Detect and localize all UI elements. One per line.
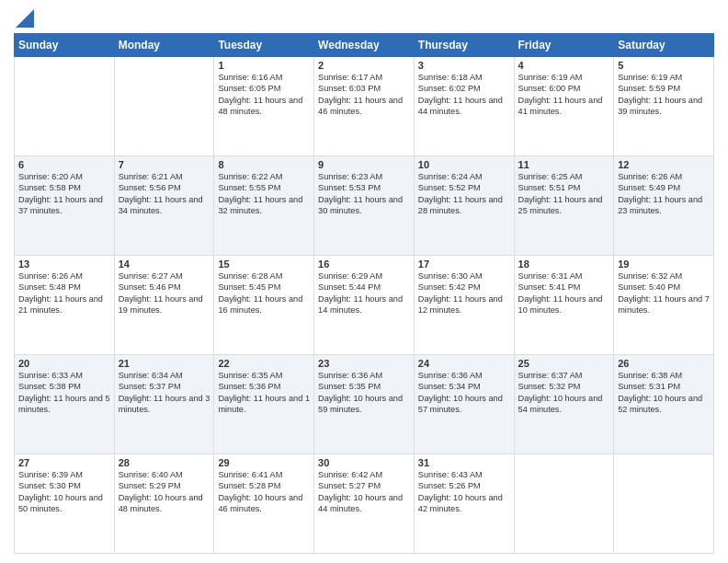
calendar-cell: 26Sunrise: 6:38 AMSunset: 5:31 PMDayligh… (614, 355, 714, 454)
calendar-cell: 11Sunrise: 6:25 AMSunset: 5:51 PMDayligh… (514, 156, 614, 256)
day-info: Sunrise: 6:42 AMSunset: 5:27 PMDaylight:… (318, 469, 410, 515)
day-info: Sunrise: 6:24 AMSunset: 5:52 PMDaylight:… (418, 171, 510, 217)
calendar-cell: 14Sunrise: 6:27 AMSunset: 5:46 PMDayligh… (114, 256, 214, 355)
calendar-cell: 9Sunrise: 6:23 AMSunset: 5:53 PMDaylight… (314, 156, 415, 256)
calendar-cell: 7Sunrise: 6:21 AMSunset: 5:56 PMDaylight… (114, 156, 214, 256)
day-info: Sunrise: 6:34 AMSunset: 5:37 PMDaylight:… (119, 370, 210, 416)
day-number: 24 (418, 358, 510, 369)
calendar-cell: 21Sunrise: 6:34 AMSunset: 5:37 PMDayligh… (114, 355, 214, 454)
day-number: 14 (119, 259, 210, 270)
logo (14, 13, 34, 28)
day-header-thursday: Thursday (414, 34, 514, 57)
day-info: Sunrise: 6:25 AMSunset: 5:51 PMDaylight:… (518, 171, 610, 217)
day-header-monday: Monday (114, 34, 214, 57)
day-info: Sunrise: 6:40 AMSunset: 5:29 PMDaylight:… (119, 469, 210, 515)
calendar-cell: 3Sunrise: 6:18 AMSunset: 6:02 PMDaylight… (414, 57, 514, 156)
calendar-cell: 17Sunrise: 6:30 AMSunset: 5:42 PMDayligh… (414, 256, 514, 355)
day-info: Sunrise: 6:18 AMSunset: 6:02 PMDaylight:… (418, 72, 510, 118)
day-number: 10 (418, 159, 510, 170)
calendar-cell: 22Sunrise: 6:35 AMSunset: 5:36 PMDayligh… (214, 355, 314, 454)
day-number: 4 (518, 60, 610, 71)
day-info: Sunrise: 6:17 AMSunset: 6:03 PMDaylight:… (318, 72, 410, 118)
day-info: Sunrise: 6:23 AMSunset: 5:53 PMDaylight:… (318, 171, 410, 217)
day-info: Sunrise: 6:21 AMSunset: 5:56 PMDaylight:… (119, 171, 210, 217)
logo-icon (16, 9, 34, 28)
calendar-cell: 31Sunrise: 6:43 AMSunset: 5:26 PMDayligh… (414, 454, 514, 554)
day-number: 28 (119, 457, 210, 468)
day-info: Sunrise: 6:41 AMSunset: 5:28 PMDaylight:… (218, 469, 310, 515)
day-number: 16 (318, 259, 410, 270)
calendar-cell: 8Sunrise: 6:22 AMSunset: 5:55 PMDaylight… (214, 156, 314, 256)
calendar-cell: 23Sunrise: 6:36 AMSunset: 5:35 PMDayligh… (314, 355, 415, 454)
day-info: Sunrise: 6:20 AMSunset: 5:58 PMDaylight:… (18, 171, 110, 217)
calendar-cell (114, 57, 214, 156)
day-info: Sunrise: 6:26 AMSunset: 5:48 PMDaylight:… (18, 270, 110, 316)
day-number: 27 (18, 457, 110, 468)
calendar-cell (15, 57, 115, 156)
calendar-cell: 2Sunrise: 6:17 AMSunset: 6:03 PMDaylight… (314, 57, 415, 156)
day-number: 30 (318, 457, 410, 468)
calendar-cell: 15Sunrise: 6:28 AMSunset: 5:45 PMDayligh… (214, 256, 314, 355)
day-info: Sunrise: 6:35 AMSunset: 5:36 PMDaylight:… (218, 370, 310, 416)
day-number: 11 (518, 159, 610, 170)
day-info: Sunrise: 6:43 AMSunset: 5:26 PMDaylight:… (418, 469, 510, 515)
day-number: 22 (218, 358, 310, 369)
day-number: 23 (318, 358, 410, 369)
calendar-cell (614, 454, 714, 554)
calendar-cell: 28Sunrise: 6:40 AMSunset: 5:29 PMDayligh… (114, 454, 214, 554)
day-number: 3 (418, 60, 510, 71)
calendar-cell: 20Sunrise: 6:33 AMSunset: 5:38 PMDayligh… (15, 355, 115, 454)
day-info: Sunrise: 6:36 AMSunset: 5:35 PMDaylight:… (318, 370, 410, 416)
day-number: 9 (318, 159, 410, 170)
day-info: Sunrise: 6:22 AMSunset: 5:55 PMDaylight:… (218, 171, 310, 217)
day-info: Sunrise: 6:33 AMSunset: 5:38 PMDaylight:… (18, 370, 110, 416)
day-number: 8 (218, 159, 310, 170)
day-info: Sunrise: 6:27 AMSunset: 5:46 PMDaylight:… (119, 270, 210, 316)
day-info: Sunrise: 6:37 AMSunset: 5:32 PMDaylight:… (518, 370, 610, 416)
day-info: Sunrise: 6:19 AMSunset: 6:00 PMDaylight:… (518, 72, 610, 118)
calendar-cell: 13Sunrise: 6:26 AMSunset: 5:48 PMDayligh… (15, 256, 115, 355)
day-header-sunday: Sunday (15, 34, 115, 57)
day-number: 15 (218, 259, 310, 270)
day-info: Sunrise: 6:32 AMSunset: 5:40 PMDaylight:… (618, 270, 710, 316)
calendar-cell: 29Sunrise: 6:41 AMSunset: 5:28 PMDayligh… (214, 454, 314, 554)
calendar-cell: 24Sunrise: 6:36 AMSunset: 5:34 PMDayligh… (414, 355, 514, 454)
day-number: 13 (18, 259, 110, 270)
header (14, 9, 714, 28)
day-info: Sunrise: 6:31 AMSunset: 5:41 PMDaylight:… (518, 270, 610, 316)
day-info: Sunrise: 6:19 AMSunset: 5:59 PMDaylight:… (618, 72, 710, 118)
page: SundayMondayTuesdayWednesdayThursdayFrid… (0, 0, 728, 563)
day-number: 19 (618, 259, 710, 270)
day-number: 12 (618, 159, 710, 170)
calendar-cell: 5Sunrise: 6:19 AMSunset: 5:59 PMDaylight… (614, 57, 714, 156)
day-number: 17 (418, 259, 510, 270)
day-number: 31 (418, 457, 510, 468)
calendar-cell: 30Sunrise: 6:42 AMSunset: 5:27 PMDayligh… (314, 454, 415, 554)
day-info: Sunrise: 6:36 AMSunset: 5:34 PMDaylight:… (418, 370, 510, 416)
day-info: Sunrise: 6:28 AMSunset: 5:45 PMDaylight:… (218, 270, 310, 316)
day-number: 6 (18, 159, 110, 170)
day-number: 1 (218, 60, 310, 71)
day-number: 21 (119, 358, 210, 369)
day-number: 7 (119, 159, 210, 170)
calendar-cell: 4Sunrise: 6:19 AMSunset: 6:00 PMDaylight… (514, 57, 614, 156)
calendar-cell: 1Sunrise: 6:16 AMSunset: 6:05 PMDaylight… (214, 57, 314, 156)
day-info: Sunrise: 6:30 AMSunset: 5:42 PMDaylight:… (418, 270, 510, 316)
day-info: Sunrise: 6:29 AMSunset: 5:44 PMDaylight:… (318, 270, 410, 316)
calendar-cell: 19Sunrise: 6:32 AMSunset: 5:40 PMDayligh… (614, 256, 714, 355)
day-header-tuesday: Tuesday (214, 34, 314, 57)
day-number: 25 (518, 358, 610, 369)
day-info: Sunrise: 6:39 AMSunset: 5:30 PMDaylight:… (18, 469, 110, 515)
calendar-cell: 25Sunrise: 6:37 AMSunset: 5:32 PMDayligh… (514, 355, 614, 454)
day-info: Sunrise: 6:26 AMSunset: 5:49 PMDaylight:… (618, 171, 710, 217)
day-header-friday: Friday (514, 34, 614, 57)
day-number: 5 (618, 60, 710, 71)
day-info: Sunrise: 6:16 AMSunset: 6:05 PMDaylight:… (218, 72, 310, 118)
calendar-cell: 12Sunrise: 6:26 AMSunset: 5:49 PMDayligh… (614, 156, 714, 256)
day-number: 20 (18, 358, 110, 369)
day-header-saturday: Saturday (614, 34, 714, 57)
svg-marker-0 (16, 9, 34, 28)
day-number: 29 (218, 457, 310, 468)
day-number: 18 (518, 259, 610, 270)
calendar-cell: 10Sunrise: 6:24 AMSunset: 5:52 PMDayligh… (414, 156, 514, 256)
